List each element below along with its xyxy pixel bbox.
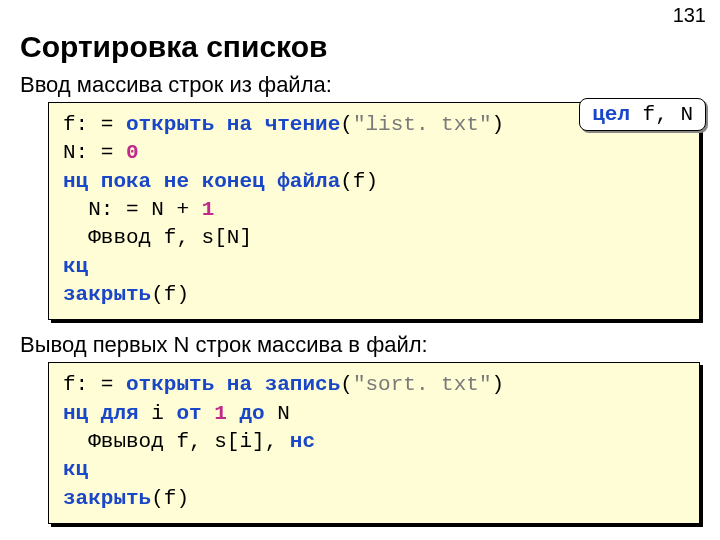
kw: нс <box>290 430 315 453</box>
kw: закрыть <box>63 283 151 306</box>
kw: открыть на чтение <box>126 113 340 136</box>
t: N <box>265 402 290 425</box>
t: f: = <box>63 113 126 136</box>
t: (f) <box>340 170 378 193</box>
code-block-1: цел f, N f: = открыть на чтение("list. t… <box>48 102 700 320</box>
kw: до <box>239 402 264 425</box>
t: ( <box>340 113 353 136</box>
t: N: = <box>63 141 126 164</box>
num: 1 <box>214 402 227 425</box>
kw: открыть на запись <box>126 373 340 396</box>
page-title: Сортировка списков <box>20 30 700 64</box>
code-box-1: f: = открыть на чтение("list. txt") N: =… <box>48 102 700 320</box>
kw: нц для <box>63 402 139 425</box>
t: Фвывод f, s[i], <box>63 430 290 453</box>
kw: от <box>176 402 201 425</box>
page: 131 Сортировка списков Ввод массива стро… <box>0 0 720 540</box>
page-number: 131 <box>673 4 706 27</box>
str: "list. txt" <box>353 113 492 136</box>
code-block-2: f: = открыть на запись("sort. txt") нц д… <box>48 362 700 524</box>
kw-tsel: цел <box>592 103 630 126</box>
t: ) <box>492 373 505 396</box>
t: i <box>139 402 177 425</box>
t <box>227 402 240 425</box>
t: N: = N + <box>63 198 202 221</box>
callout-vars: f, N <box>630 103 693 126</box>
t: (f) <box>151 283 189 306</box>
str: "sort. txt" <box>353 373 492 396</box>
t: ) <box>492 113 505 136</box>
kw: кц <box>63 458 88 481</box>
kw: нц пока не <box>63 170 189 193</box>
type-callout: цел f, N <box>579 98 706 131</box>
t: (f) <box>151 487 189 510</box>
section1-heading: Ввод массива строк из файла: <box>20 72 700 98</box>
section2-heading: Вывод первых N строк массива в файл: <box>20 332 700 358</box>
t: ( <box>340 373 353 396</box>
t <box>202 402 215 425</box>
num: 0 <box>126 141 139 164</box>
code-box-2: f: = открыть на запись("sort. txt") нц д… <box>48 362 700 524</box>
kw: кц <box>63 255 88 278</box>
kw: закрыть <box>63 487 151 510</box>
num: 1 <box>202 198 215 221</box>
t: Фввод f, s[N] <box>63 226 252 249</box>
kw: конец файла <box>202 170 341 193</box>
t: f: = <box>63 373 126 396</box>
t <box>189 170 202 193</box>
